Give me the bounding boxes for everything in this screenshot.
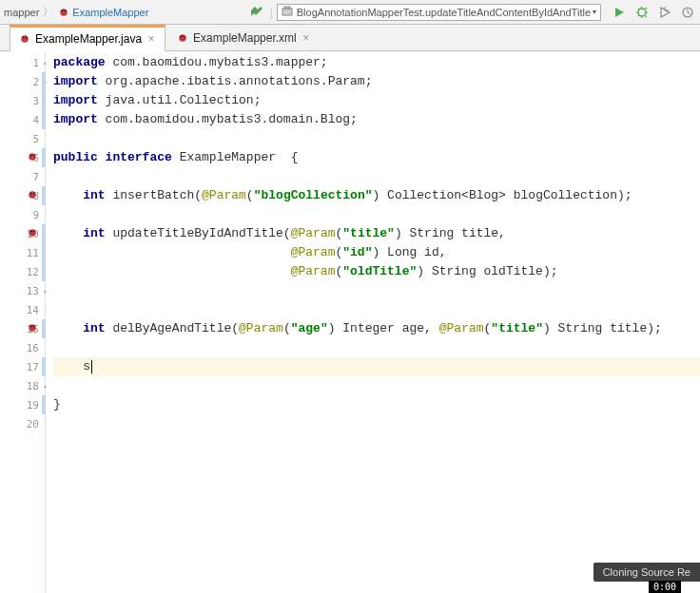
svg-point-0 bbox=[61, 9, 68, 16]
code-area[interactable]: package com.baomidou.mybatis3.mapper;imp… bbox=[46, 51, 700, 593]
time-badge: 0:00 bbox=[649, 581, 681, 593]
code-line[interactable]: import com.baomidou.mybatis3.domain.Blog… bbox=[53, 110, 700, 129]
svg-rect-3 bbox=[282, 9, 292, 15]
close-icon[interactable]: × bbox=[301, 32, 312, 44]
svg-point-15 bbox=[33, 155, 35, 157]
bug-icon[interactable] bbox=[27, 227, 40, 240]
code-line[interactable] bbox=[53, 167, 700, 186]
build-icon[interactable] bbox=[247, 3, 266, 22]
gutter-line: 6 bbox=[0, 148, 45, 167]
bug-icon[interactable] bbox=[27, 151, 40, 164]
run-icon[interactable] bbox=[611, 4, 628, 21]
svg-point-24 bbox=[33, 326, 35, 328]
code-line[interactable]: import java.util.Collection; bbox=[53, 91, 700, 110]
close-icon[interactable]: × bbox=[146, 33, 157, 45]
svg-point-22 bbox=[29, 324, 36, 332]
chevron-down-icon: ▾ bbox=[593, 8, 596, 16]
coverage-icon[interactable] bbox=[656, 4, 673, 21]
bug-icon[interactable] bbox=[27, 189, 40, 202]
svg-point-17 bbox=[30, 193, 32, 195]
gutter-line: 9 bbox=[0, 205, 45, 224]
toolbar-actions bbox=[611, 4, 696, 21]
bug-icon[interactable] bbox=[27, 322, 40, 335]
gutter-line: 20 bbox=[0, 414, 45, 433]
test-icon bbox=[282, 6, 293, 19]
gutter-line: 17 bbox=[0, 357, 45, 376]
text-cursor bbox=[91, 360, 92, 373]
tab-example-mapper-xml[interactable]: ExampleMapper.xml × bbox=[167, 26, 321, 50]
svg-rect-4 bbox=[284, 7, 290, 9]
svg-point-7 bbox=[21, 35, 29, 43]
tab-label: ExampleMapper.xml bbox=[193, 31, 297, 45]
gutter-line: 1▸ bbox=[0, 53, 45, 72]
svg-point-10 bbox=[179, 34, 186, 42]
tab-label: ExampleMapper.java bbox=[35, 32, 142, 46]
status-popup: Cloning Source Re bbox=[593, 563, 700, 582]
code-line[interactable]: public interface ExampleMapper { bbox=[53, 148, 700, 167]
gutter-line: 3 bbox=[0, 91, 45, 110]
code-line[interactable]: } bbox=[53, 395, 700, 414]
toolbar-sep: | bbox=[270, 6, 273, 19]
gutter-line: 18▸ bbox=[0, 376, 45, 395]
gutter-line: 5 bbox=[0, 129, 45, 148]
code-line[interactable]: @Param("id") Long id, bbox=[53, 243, 700, 262]
gutter-line: 13▸ bbox=[0, 281, 45, 300]
gutter-line: 7 bbox=[0, 167, 45, 186]
svg-point-2 bbox=[65, 10, 67, 11]
code-line[interactable]: int insertBatch(@Param("blogCollection")… bbox=[53, 186, 700, 205]
svg-point-8 bbox=[23, 37, 25, 39]
gutter-line: 2▸ bbox=[0, 72, 45, 91]
svg-point-19 bbox=[29, 229, 36, 237]
gutter-line: 15 bbox=[0, 319, 45, 338]
code-line[interactable]: import org.apache.ibatis.annotations.Par… bbox=[53, 72, 700, 91]
svg-point-23 bbox=[30, 326, 32, 328]
code-line[interactable]: s bbox=[53, 357, 700, 376]
bug-icon bbox=[18, 32, 31, 46]
gutter-line: 8 bbox=[0, 186, 45, 205]
svg-point-12 bbox=[184, 36, 185, 38]
svg-point-18 bbox=[33, 193, 35, 195]
svg-point-9 bbox=[26, 37, 28, 39]
svg-point-16 bbox=[29, 191, 36, 199]
svg-point-21 bbox=[33, 231, 35, 233]
svg-point-11 bbox=[181, 36, 183, 38]
tab-example-mapper-java[interactable]: ExampleMapper.java × bbox=[10, 25, 165, 51]
code-line[interactable]: package com.baomidou.mybatis3.mapper; bbox=[53, 53, 700, 72]
toolbar: mapper 〉 ExampleMapper | BlogAnnotationM… bbox=[0, 0, 700, 25]
code-line[interactable]: int updateTitleByIdAndTitle(@Param("titl… bbox=[53, 224, 700, 243]
svg-point-13 bbox=[29, 153, 36, 161]
code-line[interactable] bbox=[53, 376, 700, 395]
code-line[interactable] bbox=[53, 338, 700, 357]
profile-icon[interactable] bbox=[679, 4, 696, 21]
code-line[interactable] bbox=[53, 281, 700, 300]
breadcrumb-file[interactable]: ExampleMapper bbox=[72, 7, 148, 18]
tabs: ExampleMapper.java × ExampleMapper.xml × bbox=[0, 25, 700, 51]
code-line[interactable] bbox=[53, 300, 700, 319]
breadcrumb: mapper 〉 ExampleMapper bbox=[4, 5, 148, 19]
code-line[interactable] bbox=[53, 129, 700, 148]
breadcrumb-folder[interactable]: mapper bbox=[4, 7, 39, 18]
gutter: 1▸2▸345678910111213▸1415161718▸1920 bbox=[0, 51, 46, 593]
code-line[interactable]: int delByAgeAndTitle(@Param("age") Integ… bbox=[53, 319, 700, 338]
run-config-text: BlogAnnotationMapperTest.updateTitleAndC… bbox=[297, 7, 591, 18]
debug-icon[interactable] bbox=[633, 4, 651, 21]
code-line[interactable] bbox=[53, 414, 700, 433]
svg-point-14 bbox=[30, 155, 32, 157]
bug-icon bbox=[176, 31, 189, 45]
gutter-line: 10 bbox=[0, 224, 45, 243]
svg-point-1 bbox=[62, 10, 64, 11]
bug-icon bbox=[57, 6, 70, 19]
gutter-line: 12 bbox=[0, 262, 45, 281]
gutter-line: 4 bbox=[0, 110, 45, 129]
breadcrumb-sep: 〉 bbox=[43, 5, 53, 19]
gutter-line: 19 bbox=[0, 395, 45, 414]
code-line[interactable] bbox=[53, 205, 700, 224]
gutter-line: 16 bbox=[0, 338, 45, 357]
code-line[interactable]: @Param("oldTitle") String oldTitle); bbox=[53, 262, 700, 281]
run-config-dropdown[interactable]: BlogAnnotationMapperTest.updateTitleAndC… bbox=[277, 4, 601, 21]
gutter-line: 11 bbox=[0, 243, 45, 262]
editor-area: 1▸2▸345678910111213▸1415161718▸1920 pack… bbox=[0, 51, 700, 593]
svg-point-20 bbox=[30, 231, 32, 233]
gutter-line: 14 bbox=[0, 300, 45, 319]
